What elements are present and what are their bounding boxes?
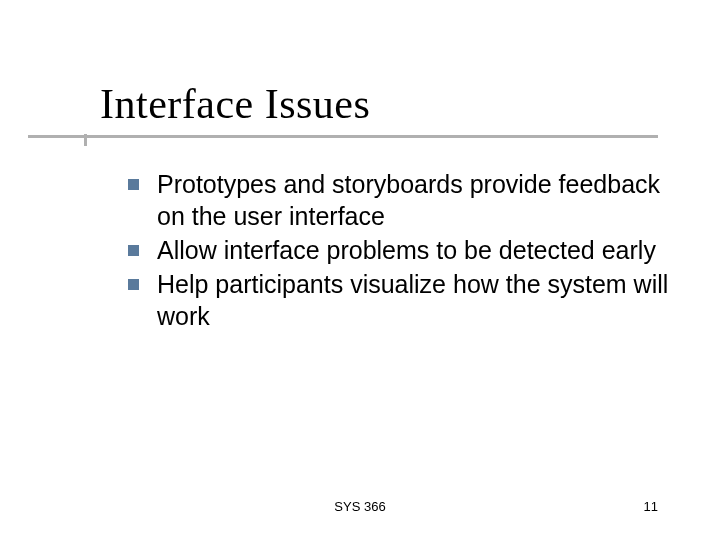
slide-title: Interface Issues	[100, 80, 680, 128]
slide: Interface Issues Prototypes and storyboa…	[0, 0, 720, 540]
footer-course-code: SYS 366	[0, 499, 720, 514]
square-bullet-icon	[128, 245, 139, 256]
bullet-text: Prototypes and storyboards provide feedb…	[157, 168, 670, 232]
title-underline	[28, 135, 658, 138]
square-bullet-icon	[128, 279, 139, 290]
title-region: Interface Issues	[100, 80, 680, 128]
title-tick	[84, 134, 87, 146]
slide-body: Prototypes and storyboards provide feedb…	[128, 168, 670, 334]
list-item: Allow interface problems to be detected …	[128, 234, 670, 266]
bullet-text: Help participants visualize how the syst…	[157, 268, 670, 332]
page-number: 11	[644, 499, 658, 514]
square-bullet-icon	[128, 179, 139, 190]
bullet-text: Allow interface problems to be detected …	[157, 234, 656, 266]
list-item: Help participants visualize how the syst…	[128, 268, 670, 332]
list-item: Prototypes and storyboards provide feedb…	[128, 168, 670, 232]
